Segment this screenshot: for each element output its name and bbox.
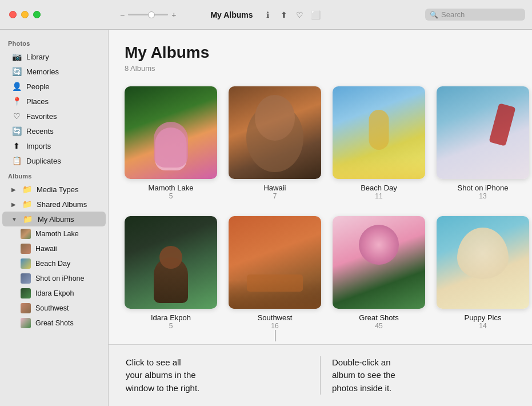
favorites-icon: ♡ <box>11 111 22 121</box>
folder-icon: 📁 <box>22 184 32 194</box>
places-icon: 📍 <box>11 96 22 106</box>
disclosure-icon: ▶ <box>11 186 16 193</box>
sidebar-item-my-albums[interactable]: ▼ 📁 My Albums <box>2 212 106 226</box>
callout-left-text: Click to see allyour albums in thewindow… <box>126 356 309 395</box>
sidebar-item-recents[interactable]: 🔄 Recents <box>2 124 106 138</box>
sidebar-item-favorites[interactable]: ♡ Favorites <box>2 109 106 124</box>
sidebar-item-beach-day[interactable]: Beach Day <box>2 256 106 271</box>
sidebar-item-label: Imports <box>26 142 51 150</box>
sidebar-item-shared-albums[interactable]: ▶ 📁 Shared Albums <box>2 197 106 212</box>
callout-left: Click to see allyour albums in thewindow… <box>126 356 320 395</box>
sidebar-item-label: Library <box>26 53 49 61</box>
album-count: 16 <box>271 322 278 330</box>
album-name: Puppy Pics <box>464 313 501 322</box>
album-cover-puppy <box>437 216 529 309</box>
album-cover-southwest <box>229 216 321 309</box>
album-thumb-mamoth <box>21 229 31 239</box>
disclosure-icon: ▶ <box>11 201 16 208</box>
sidebar: Photos 📷 Library 🔄 Memories 👤 People 📍 P… <box>0 30 109 406</box>
album-item-great-shots[interactable]: Great Shots 45 <box>333 216 425 330</box>
sidebar-item-label: Idara Ekpoh <box>35 289 74 297</box>
info-icon[interactable]: ℹ <box>262 9 274 21</box>
content-area: My Albums 8 Albums Mamoth Lake 5 <box>109 30 532 344</box>
svg-point-1 <box>255 95 295 141</box>
zoom-slider[interactable] <box>128 14 168 15</box>
close-button[interactable] <box>9 11 17 18</box>
album-cover-idara <box>125 216 217 309</box>
album-thumb-beach <box>21 258 31 269</box>
sidebar-item-media-types[interactable]: ▶ 📁 Media Types <box>2 182 106 197</box>
albums-grid: Mamoth Lake 5 Hawaii 7 <box>125 86 516 330</box>
sidebar-item-label: Memories <box>26 67 59 76</box>
album-count: 11 <box>375 192 382 200</box>
disclosure-icon: ▼ <box>11 216 17 222</box>
sidebar-item-label: Shot on iPhone <box>35 274 85 282</box>
sidebar-item-memories[interactable]: 🔄 Memories <box>2 64 106 79</box>
sidebar-item-label: Shared Albums <box>37 200 87 209</box>
album-count: 5 <box>169 322 173 330</box>
album-name: Mamoth Lake <box>149 184 194 192</box>
fullscreen-button[interactable] <box>33 11 41 18</box>
sidebar-item-label: Media Types <box>37 185 78 194</box>
album-item-shot-on-iphone[interactable]: Shot on iPhone 13 <box>437 86 529 200</box>
toolbar-icons: ℹ ⬆ ♡ ⬜ <box>262 9 322 21</box>
album-count: 7 <box>273 192 277 200</box>
traffic-lights <box>9 11 41 18</box>
sidebar-item-shot-on-iphone[interactable]: Shot on iPhone <box>2 271 106 286</box>
crop-icon[interactable]: ⬜ <box>310 9 322 21</box>
minimize-button[interactable] <box>21 11 29 18</box>
callout-right-text: Double-click analbum to see thephotos in… <box>332 356 515 395</box>
sidebar-item-label: Hawaii <box>35 245 57 253</box>
app-body: Photos 📷 Library 🔄 Memories 👤 People 📍 P… <box>0 30 532 406</box>
callout-line-indicator <box>275 330 275 341</box>
sidebar-item-label: Places <box>26 97 49 106</box>
album-item-beach-day[interactable]: Beach Day 11 <box>333 86 425 200</box>
sidebar-item-hawaii[interactable]: Hawaii <box>2 241 106 256</box>
album-item-southwest[interactable]: Southwest 16 <box>229 216 321 330</box>
search-box[interactable]: 🔍 Search <box>425 9 525 21</box>
album-name: Shot on iPhone <box>458 184 509 192</box>
sidebar-item-library[interactable]: 📷 Library <box>2 49 106 64</box>
sidebar-item-duplicates[interactable]: 📋 Duplicates <box>2 153 106 168</box>
callout-area: Click to see allyour albums in thewindow… <box>109 344 532 407</box>
title-bar-center: My Albums ℹ ⬆ ♡ ⬜ <box>210 9 321 21</box>
callout-right: Double-click analbum to see thephotos in… <box>320 356 515 395</box>
share-icon[interactable]: ⬆ <box>278 9 290 21</box>
album-count: 5 <box>169 192 173 200</box>
sidebar-item-label: Favorites <box>26 112 57 121</box>
imports-icon: ⬆ <box>11 141 22 151</box>
sidebar-item-label: Southwest <box>35 304 69 312</box>
zoom-out-button[interactable]: − <box>120 10 125 19</box>
sidebar-item-places[interactable]: 📍 Places <box>2 94 106 109</box>
sidebar-item-people[interactable]: 👤 People <box>2 79 106 94</box>
sidebar-item-label: Beach Day <box>35 260 70 268</box>
photos-section-label: Photos <box>0 35 108 49</box>
sidebar-item-southwest[interactable]: Southwest <box>2 301 106 316</box>
my-albums-folder-icon: 📁 <box>23 214 33 224</box>
window-title: My Albums <box>210 10 253 19</box>
sidebar-item-idara-ekpoh[interactable]: Idara Ekpoh <box>2 286 106 301</box>
albums-section-label: Albums <box>0 168 108 182</box>
people-icon: 👤 <box>11 81 22 91</box>
shared-folder-icon: 📁 <box>22 199 32 209</box>
album-item-hawaii[interactable]: Hawaii 7 <box>229 86 321 200</box>
zoom-controls: − + <box>120 10 176 19</box>
sidebar-item-great-shots[interactable]: Great Shots <box>2 316 106 331</box>
album-item-idara-ekpoh[interactable]: Idara Ekpoh 5 <box>125 216 217 330</box>
album-thumb-idara <box>21 288 31 298</box>
library-icon: 📷 <box>11 51 22 62</box>
album-name: Idara Ekpoh <box>151 313 191 322</box>
search-input[interactable]: Search <box>441 10 465 19</box>
album-cover-iphone <box>437 86 529 179</box>
page-title: My Albums <box>125 43 516 62</box>
title-bar: − + My Albums ℹ ⬆ ♡ ⬜ 🔍 Search <box>0 0 532 30</box>
sidebar-item-imports[interactable]: ⬆ Imports <box>2 138 106 153</box>
sidebar-item-mamoth-lake[interactable]: Mamoth Lake <box>2 226 106 241</box>
albums-count: 8 Albums <box>125 64 516 73</box>
album-cover-great <box>333 216 425 309</box>
album-thumb-great <box>21 318 31 328</box>
album-item-mamoth-lake[interactable]: Mamoth Lake 5 <box>125 86 217 200</box>
album-item-puppy-pics[interactable]: Puppy Pics 14 <box>437 216 529 330</box>
zoom-in-button[interactable]: + <box>171 10 176 19</box>
favorite-icon[interactable]: ♡ <box>294 9 306 21</box>
